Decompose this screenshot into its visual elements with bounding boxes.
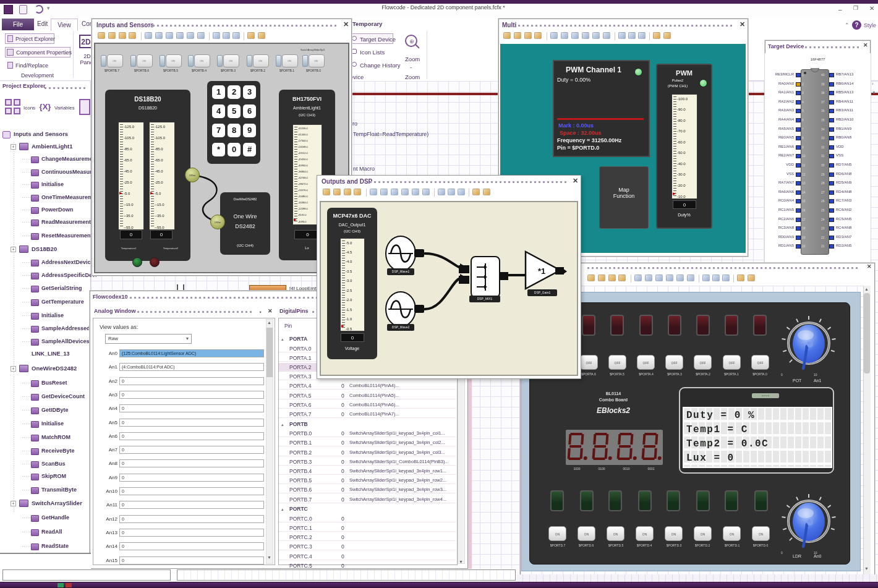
svg-text:*1: *1 xyxy=(538,266,545,276)
